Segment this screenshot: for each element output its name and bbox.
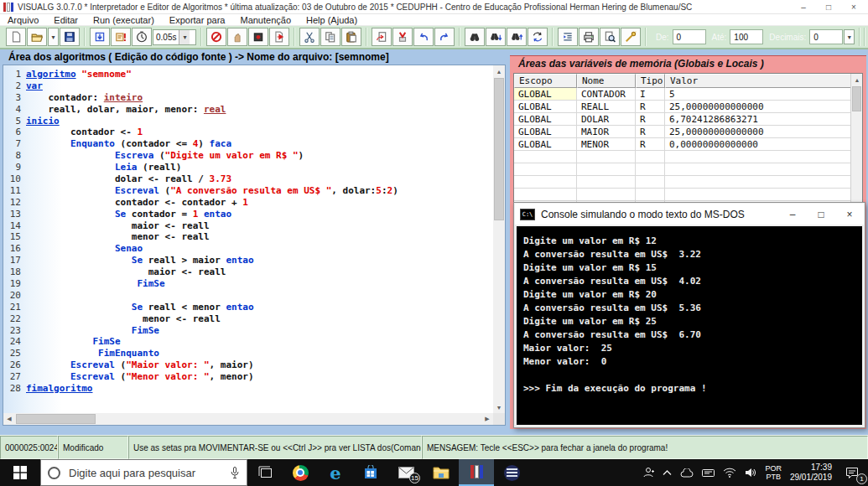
taskbar-store-button[interactable] bbox=[353, 459, 388, 486]
task-view-button[interactable] bbox=[247, 459, 283, 486]
code-line-18[interactable]: 18 maior <- reall bbox=[3, 266, 493, 278]
tray-people-button[interactable] bbox=[638, 459, 658, 486]
code-line-15[interactable]: 15 menor <- reall bbox=[3, 231, 493, 243]
code-line-25[interactable]: 25 FimEnquanto bbox=[3, 348, 493, 359]
code-line-3[interactable]: 3 contador: inteiro bbox=[3, 92, 493, 104]
code-line-12[interactable]: 12 contador <- contador + 1 bbox=[3, 197, 493, 209]
taskbar-edge-button[interactable]: e bbox=[318, 459, 353, 486]
taskbar-visualg-button[interactable] bbox=[459, 459, 494, 486]
code-line-7[interactable]: 7 Enquanto (contador <= 4) faca bbox=[3, 138, 493, 150]
code-line-27[interactable]: 27 Escreval ("Menor valor: ", menor) bbox=[3, 371, 493, 383]
code-line-14[interactable]: 14 maior <- reall bbox=[3, 220, 493, 232]
find-prev-button[interactable] bbox=[507, 28, 527, 46]
column-header-valor[interactable]: Valor bbox=[665, 74, 862, 88]
speed-select[interactable]: 0.05s▾ bbox=[153, 29, 196, 45]
microphone-icon[interactable] bbox=[230, 467, 240, 479]
copy-button[interactable] bbox=[320, 28, 340, 46]
action-center-button[interactable]: 1 bbox=[836, 459, 868, 486]
console-title-bar[interactable]: C:\ Console simulando o modo texto do MS… bbox=[515, 204, 864, 225]
close-button[interactable]: × bbox=[841, 3, 866, 12]
tray-wifi-button[interactable] bbox=[719, 459, 741, 486]
taskbar-explorer-button[interactable] bbox=[424, 459, 459, 486]
code-line-23[interactable]: 23 FimSe bbox=[3, 325, 493, 337]
tray-device-button[interactable] bbox=[698, 459, 719, 486]
menu-item-editar[interactable]: Editar bbox=[46, 15, 86, 25]
redo-button[interactable] bbox=[434, 28, 455, 46]
code-line-17[interactable]: 17 Se reall > maior entao bbox=[3, 255, 493, 266]
column-header-escopo[interactable]: Escopo bbox=[514, 74, 577, 88]
new-button[interactable] bbox=[6, 28, 26, 46]
open-button[interactable] bbox=[27, 28, 47, 46]
variable-row-dolar[interactable]: GLOBALDOLARR6,70241286863271 bbox=[514, 113, 862, 126]
decimais-select[interactable]: 0 bbox=[809, 29, 843, 44]
menu-item-arquivo[interactable]: Arquivo bbox=[0, 15, 46, 25]
code-area[interactable]: 1algoritmo "semnome"2var3 contador: inte… bbox=[3, 65, 493, 413]
save-button[interactable] bbox=[60, 28, 80, 46]
scroll-right-arrow[interactable]: ▶ bbox=[481, 413, 493, 425]
find-button[interactable] bbox=[465, 28, 485, 46]
variable-row-maior[interactable]: GLOBALMAIORR25,00000000000000 bbox=[514, 126, 862, 138]
tray-clock[interactable]: 17:3929/01/2019 bbox=[786, 459, 836, 486]
code-line-26[interactable]: 26 Escreval ("Maior valor: ", maior) bbox=[3, 359, 493, 371]
cut-button[interactable] bbox=[299, 28, 320, 46]
run-button[interactable] bbox=[90, 28, 110, 46]
pause-button[interactable] bbox=[227, 28, 247, 46]
timer-button[interactable] bbox=[132, 28, 152, 46]
export-run-button[interactable] bbox=[269, 28, 289, 46]
indent-button[interactable] bbox=[558, 28, 578, 46]
clear-button[interactable] bbox=[392, 28, 413, 46]
code-line-1[interactable]: 1algoritmo "semnome" bbox=[3, 69, 493, 80]
stop-button[interactable] bbox=[206, 28, 226, 46]
start-button[interactable] bbox=[0, 459, 40, 486]
menu-item-help-ajuda[interactable]: Help (Ajuda) bbox=[299, 15, 365, 25]
tray-volume-button[interactable] bbox=[741, 459, 761, 486]
code-line-4[interactable]: 4 reall, dolar, maior, menor: real bbox=[3, 104, 493, 116]
code-line-10[interactable]: 10 dolar <- reall / 3.73 bbox=[3, 173, 493, 185]
replace-button[interactable] bbox=[528, 28, 548, 46]
code-line-24[interactable]: 24 FimSe bbox=[3, 336, 493, 348]
tray-language-indicator[interactable]: PORPTB bbox=[761, 459, 786, 486]
console-close-button[interactable]: × bbox=[835, 209, 864, 220]
editor-horizontal-scrollbar[interactable]: ◀ ▶ bbox=[3, 413, 493, 425]
code-line-2[interactable]: 2var bbox=[3, 80, 493, 92]
code-line-16[interactable]: 16 Senao bbox=[3, 243, 493, 255]
scroll-thumb[interactable] bbox=[494, 78, 504, 220]
scroll-thumb[interactable] bbox=[16, 414, 96, 424]
decimais-dropdown[interactable]: ▾ bbox=[844, 29, 855, 44]
code-line-22[interactable]: 22 menor <- reall bbox=[3, 313, 493, 325]
menu-item-exportar-para[interactable]: Exportar para bbox=[162, 15, 233, 25]
column-header-tipo[interactable]: Tipo bbox=[636, 74, 665, 88]
code-line-9[interactable]: 9 Leia (reall) bbox=[3, 162, 493, 173]
scroll-up-arrow[interactable]: ▲ bbox=[851, 74, 863, 85]
minimize-button[interactable]: – bbox=[791, 3, 816, 12]
tray-chevron-button[interactable] bbox=[658, 459, 676, 486]
scroll-up-arrow[interactable]: ▲ bbox=[493, 65, 505, 77]
de-field[interactable]: 0 bbox=[673, 29, 706, 44]
code-line-19[interactable]: 19 FimSe bbox=[3, 278, 493, 290]
code-editor[interactable]: 1algoritmo "semnome"2var3 contador: inte… bbox=[3, 65, 506, 426]
editor-vertical-scrollbar[interactable]: ▲ ▼ bbox=[493, 65, 505, 413]
variable-row-contador[interactable]: GLOBALCONTADORI5 bbox=[514, 88, 862, 101]
variable-row-reall[interactable]: GLOBALREALLR25,00000000000000 bbox=[514, 101, 862, 113]
ate-field[interactable]: 100 bbox=[730, 29, 763, 44]
paste-button[interactable] bbox=[341, 28, 361, 46]
find-next-button[interactable] bbox=[486, 28, 506, 46]
code-line-11[interactable]: 11 Escreval ("A conversão resulta em US$… bbox=[3, 185, 493, 197]
code-line-8[interactable]: 8 Escreva ("Digite um valor em R$ ") bbox=[3, 150, 493, 162]
column-header-nome[interactable]: Nome bbox=[577, 74, 636, 88]
undo-block-button[interactable] bbox=[372, 28, 392, 46]
scroll-thumb[interactable] bbox=[852, 86, 861, 111]
preview-button[interactable] bbox=[600, 28, 620, 46]
code-line-6[interactable]: 6 contador <- 1 bbox=[3, 127, 493, 138]
console-maximize-button[interactable]: □ bbox=[807, 209, 835, 220]
menu-item-run-executar[interactable]: Run (executar) bbox=[86, 15, 162, 25]
scroll-left-arrow[interactable]: ◀ bbox=[3, 413, 15, 425]
taskbar-chrome-button[interactable] bbox=[283, 459, 318, 486]
taskbar-search-input[interactable]: Digite aqui para pesquisar bbox=[40, 459, 247, 486]
code-line-20[interactable]: 20 bbox=[3, 290, 493, 302]
tray-onedrive-button[interactable] bbox=[676, 459, 698, 486]
code-line-21[interactable]: 21 Se reall < menor entao bbox=[3, 302, 493, 313]
taskbar-mail-button[interactable]: 15 bbox=[388, 459, 424, 486]
print-button[interactable] bbox=[579, 28, 599, 46]
run-prompt-button[interactable] bbox=[111, 28, 131, 46]
